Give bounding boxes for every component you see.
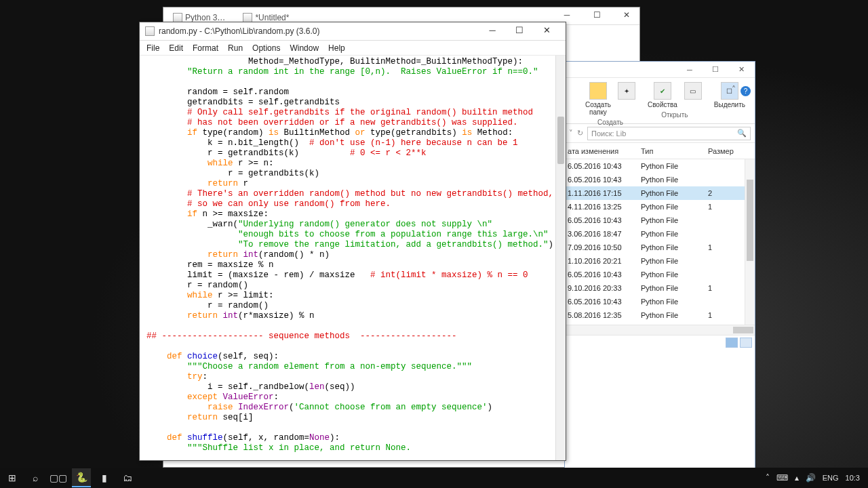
table-row[interactable]: 4.11.2016 13:25Python File1 [565,200,755,214]
table-row[interactable]: 6.05.2016 10:43Python File [565,173,755,186]
cell-type: Python File [641,298,705,306]
code-text[interactable]: Method=_MethodType, BuiltinMethod=_Built… [140,56,566,460]
explorer-titlebar[interactable]: ─ ☐ ✕ [565,62,755,78]
view-details-button[interactable] [726,338,738,348]
python-file-icon [173,13,182,22]
search-icon[interactable]: 🔍 [737,129,747,138]
cell-date: 1.11.2016 17:15 [565,189,641,197]
task-view-icon[interactable]: ▢▢ [49,468,68,487]
search-placeholder: Поиск: Lib [591,129,626,138]
cell-type: Python File [641,162,705,170]
ribbon-new-folder[interactable]: Создать папку [584,81,612,117]
ribbon-group-open-label: Открыть [661,111,688,119]
cell-date: 7.09.2016 10:50 [565,243,641,251]
checkmark-icon: ✔ [654,82,671,100]
volume-icon[interactable]: 🔊 [806,473,816,483]
menu-format[interactable]: Format [193,43,218,53]
shell-tab-1-label: Python 3… [185,13,225,22]
menu-edit[interactable]: Edit [169,43,183,53]
explorer-hscrollbar[interactable]: › [565,325,755,335]
cell-date: 6.05.2016 10:43 [565,216,641,224]
chevron-up-icon[interactable]: ˄ [766,473,770,483]
explorer-navbar: ˅ ↻ Поиск: Lib 🔍 [565,124,755,143]
maximize-button[interactable]: ☐ [707,65,724,74]
cell-date: 5.08.2016 12:35 [565,311,641,319]
menu-window[interactable]: Window [290,43,319,53]
menu-run[interactable]: Run [228,43,243,53]
ribbon-properties[interactable]: ✔Свойства [646,81,679,110]
cell-date: 6.05.2016 10:43 [565,176,641,184]
table-row[interactable]: 3.06.2016 18:47Python File [565,227,755,241]
ribbon-properties-label: Свойства [648,101,677,108]
folder-icon [589,82,607,100]
table-row[interactable]: 9.10.2016 20:33Python File1 [565,281,755,295]
table-row[interactable]: 6.05.2016 10:43Python File [565,295,755,308]
cell-type: Python File [641,284,705,292]
editor-vscrollbar[interactable] [555,56,566,460]
minimize-button[interactable]: ─ [682,66,698,74]
cell-type: Python File [641,243,705,251]
explorer-vscrollbar[interactable] [745,159,755,325]
keyboard-icon[interactable]: ⌨ [776,473,788,483]
menu-options[interactable]: Options [252,43,280,53]
ribbon-new-item[interactable]: ✦ [616,81,637,101]
ribbon-group-new-label: Создать [597,119,623,126]
chevron-down-icon[interactable]: ˅ [569,129,573,138]
view-icons-button[interactable] [740,338,752,348]
table-row[interactable]: 1.10.2016 20:21Python File [565,254,755,268]
explorer-ribbon: Создать папку ✦ Создать ✔Свойства ▭ Откр… [565,78,755,124]
close-button[interactable]: ✕ [618,10,635,20]
network-icon[interactable]: ▴ [795,473,799,483]
clock[interactable]: 10:3 [846,474,860,482]
scrollbar-thumb[interactable] [733,327,753,333]
scrollbar-thumb[interactable] [747,180,753,261]
cell-type: Python File [641,189,705,197]
cell-type: Python File [641,230,705,238]
col-date-header[interactable]: ата изменения [565,147,641,155]
explorer-search[interactable]: Поиск: Lib 🔍 [587,127,751,140]
python-file-icon [145,26,155,36]
close-button[interactable]: ✕ [533,23,560,39]
table-row[interactable]: 7.09.2016 10:50Python File1 [565,241,755,254]
maximize-button[interactable]: ☐ [588,10,606,20]
explorer-columns[interactable]: ата изменения Тип Размер [565,143,755,159]
search-icon[interactable]: ⌕ [26,468,45,487]
table-row[interactable]: 5.08.2016 12:35Python File1 [565,308,755,322]
minimize-button[interactable]: ─ [479,23,506,39]
select-icon: ☐ [721,82,738,100]
taskbar-app-explorer[interactable]: 🗂 [118,468,137,487]
scrollbar-thumb[interactable] [557,117,564,164]
cell-date: 6.05.2016 10:43 [565,162,641,170]
ribbon-open[interactable]: ▭ [683,81,703,101]
cell-type: Python File [641,257,705,265]
refresh-icon[interactable]: ↻ [577,129,583,138]
menu-file[interactable]: File [146,43,159,53]
code-area[interactable]: Method=_MethodType, BuiltinMethod=_Built… [140,56,566,460]
cell-date: 6.05.2016 10:43 [565,270,641,279]
close-button[interactable]: ✕ [733,65,749,74]
ribbon-select[interactable]: ☐Выделить [713,81,747,110]
start-button[interactable]: ⊞ [3,468,22,487]
taskbar-app-idle[interactable]: 🐍 [72,468,91,487]
maximize-button[interactable]: ☐ [506,23,533,39]
window-controls: ─ ☐ ✕ [479,23,560,39]
cell-type: Python File [641,311,705,319]
new-item-icon: ✦ [618,82,635,100]
idle-titlebar[interactable]: random.py - C:\Python\Lib\random.py (3.6… [140,22,566,41]
taskbar-left: ⊞ ⌕ ▢▢ 🐍 ▮ 🗂 [3,468,137,487]
col-type-header[interactable]: Тип [641,147,705,155]
taskbar-app-cmd[interactable]: ▮ [95,468,114,487]
col-size-header[interactable]: Размер [705,147,755,155]
cell-type: Python File [641,176,705,184]
table-row[interactable]: 6.05.2016 10:43Python File [565,159,755,173]
taskbar-tray: ˄ ⌨ ▴ 🔊 ENG 10:3 [766,473,865,483]
menu-help[interactable]: Help [328,43,345,53]
table-row[interactable]: 6.05.2016 10:43Python File [565,268,755,281]
explorer-file-list[interactable]: 6.05.2016 10:43Python File6.05.2016 10:4… [565,159,755,325]
language-indicator[interactable]: ENG [823,474,839,482]
table-row[interactable]: 6.05.2016 10:43Python File [565,214,755,227]
help-icon[interactable]: ? [741,86,751,96]
minimize-button[interactable]: ─ [558,10,576,20]
chevron-up-icon[interactable]: ˄ [732,85,736,94]
table-row[interactable]: 1.11.2016 17:15Python File2 [565,186,755,200]
